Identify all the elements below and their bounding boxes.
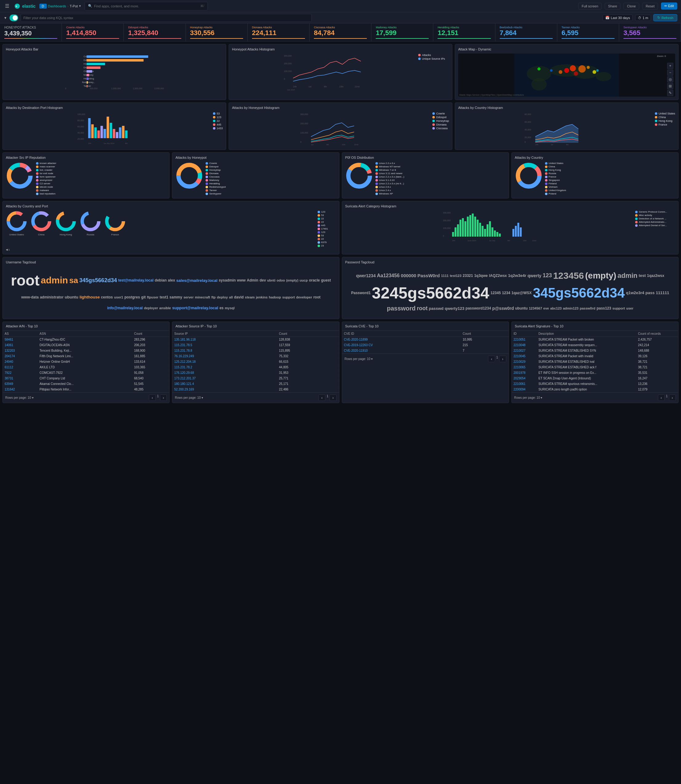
tag-345gs[interactable]: 345gs5662d34 [79, 277, 117, 284]
tag-test-mail[interactable]: test@mailrelay.local [118, 278, 154, 282]
tag-1111[interactable]: 1111 [441, 274, 448, 277]
tools-button[interactable]: ✎ [667, 90, 673, 96]
tag-password1234[interactable]: password1234 [466, 306, 491, 310]
tag-administrator[interactable]: administrator [40, 295, 64, 299]
tag-root-small[interactable]: root [313, 295, 320, 299]
src-ip-pagination[interactable]: ‹ 1 › [318, 394, 336, 401]
tag-root-large[interactable]: root [11, 272, 40, 289]
tag-debian[interactable]: debian [155, 278, 167, 282]
src-ip-next-btn[interactable]: › [329, 394, 336, 401]
tag-ubuntu-pass[interactable]: ubuntu [515, 306, 528, 310]
tag-ubuntu-user[interactable]: ubuntu [65, 295, 78, 299]
tag-ftp[interactable]: ftp [211, 295, 216, 299]
tag-1q2w3e4r[interactable]: 1q2w3e4r [508, 273, 526, 278]
src-ip-prev-btn[interactable]: ‹ [318, 394, 325, 401]
tag-passw0rd[interactable]: PassW0rd [418, 273, 440, 278]
tag-sales-mail[interactable]: sales@mailrelay.local [176, 278, 218, 283]
tag-empty-user[interactable]: (empty) [286, 279, 298, 282]
tag-sammy[interactable]: sammy [169, 295, 182, 299]
tag-user1[interactable]: user1 [114, 295, 123, 299]
tag-pass123[interactable]: pass123 [597, 306, 611, 310]
tag-1qazwsx[interactable]: 1qaz@WSX [512, 291, 532, 295]
tag-iaqz2wsx[interactable]: IAQZ2wsx [489, 274, 507, 278]
tag-david[interactable]: david [234, 295, 244, 299]
refresh-button[interactable]: ↻ Refresh [653, 14, 677, 21]
tag-1234567[interactable]: 1234567 [529, 306, 542, 310]
tag-Admin[interactable]: Admin [247, 278, 258, 282]
toggle-switch[interactable] [10, 14, 18, 21]
cve-prev-btn[interactable]: ‹ [488, 356, 495, 362]
tag-alex[interactable]: alex [168, 278, 175, 282]
tag-111111[interactable]: 111111 [656, 290, 669, 295]
tag-postgres[interactable]: postgres [124, 295, 140, 299]
zoom-in-button[interactable]: + [667, 63, 673, 69]
tag-odoo[interactable]: odoo [277, 279, 285, 282]
cve-next-btn[interactable]: › [499, 356, 506, 362]
map-controls[interactable]: + − ◎ ⊞ ✎ [667, 63, 673, 96]
tag-1q3qwe[interactable]: 1q3qwe [474, 274, 488, 278]
tag-passwd[interactable]: passwd [429, 306, 444, 311]
tag-qwer1234[interactable]: qwer1234 [356, 273, 376, 278]
tag-000000[interactable]: 000000 [401, 273, 417, 278]
cve-pagination[interactable]: ‹ 1 › [488, 356, 506, 362]
tag-sa[interactable]: sa [69, 276, 78, 285]
tag-test-pass[interactable]: test [638, 273, 646, 278]
tag-support-pass[interactable]: support [612, 306, 625, 310]
tag-minecraft[interactable]: minecraft [195, 295, 210, 299]
interval-picker[interactable]: ⏱ 1 m [635, 15, 651, 21]
search-input[interactable] [94, 4, 200, 8]
tag-aa123456[interactable]: Aa123456 [377, 273, 400, 279]
asn-prev-btn[interactable]: ‹ [149, 394, 156, 401]
tag-23321[interactable]: 23321 [463, 274, 473, 278]
tag-support-user[interactable]: support [282, 295, 295, 299]
tag-123[interactable]: 123 [543, 272, 552, 279]
tag-info-mail[interactable]: info@mailrelay.local [107, 306, 143, 310]
tag-123456-large[interactable]: 123456 [553, 271, 584, 281]
sig-next-btn[interactable]: › [669, 394, 676, 401]
tag-support-mail[interactable]: support@mailrelay.local [172, 306, 218, 310]
tag-uucp[interactable]: uucp [300, 279, 308, 282]
tag-admin[interactable]: admin [41, 275, 68, 285]
tag-developer[interactable]: developer [296, 295, 312, 299]
tag-user-pass[interactable]: user [626, 306, 633, 310]
tag-sysadmin[interactable]: sysadmin [219, 278, 236, 282]
tag-admin123[interactable]: admin123 [563, 306, 578, 310]
filter-toggle[interactable]: ▼ [4, 16, 7, 20]
tag-dev[interactable]: dev [260, 278, 266, 282]
tag-1234[interactable]: 1234 [502, 291, 510, 295]
tag-q1w2e3r4[interactable]: q1w2e3r4 [626, 290, 644, 295]
tag-server[interactable]: server [184, 295, 193, 299]
zoom-out-button[interactable]: − [667, 70, 673, 76]
tag-www-data[interactable]: www-data [21, 295, 39, 299]
tag-admin-pass[interactable]: admin [618, 272, 638, 280]
tag-eve[interactable]: eve [543, 306, 549, 310]
locate-button[interactable]: ◎ [667, 76, 673, 82]
time-range-picker[interactable]: 📅 Last 30 days [603, 14, 633, 21]
sig-prev-btn[interactable]: ‹ [658, 394, 665, 401]
tag-jenkins[interactable]: jenkins [256, 295, 268, 299]
edit-button[interactable]: ✏ Edit [661, 2, 677, 10]
clone-button[interactable]: Clone [624, 3, 639, 10]
tag-git[interactable]: git [141, 295, 146, 299]
tag-qwerty[interactable]: qwerty [527, 273, 541, 278]
tag-www[interactable]: www [237, 278, 245, 282]
reset-button[interactable]: Reset [642, 3, 658, 10]
hamburger-icon[interactable]: ☰ [4, 2, 11, 10]
tag-root-pass[interactable]: root [417, 305, 428, 312]
tag-12345[interactable]: 12345 [491, 291, 500, 295]
tag-ansible[interactable]: ansible [159, 306, 171, 310]
layers-button[interactable]: ⊞ [667, 83, 673, 89]
tag-deploy[interactable]: deploy [217, 295, 228, 299]
tag-qwerty123[interactable]: qwerty123 [445, 306, 464, 311]
kql-filter-input[interactable] [21, 14, 312, 22]
tag-pass[interactable]: pass [646, 290, 655, 295]
tag-lighthouse[interactable]: lighthouse [79, 295, 100, 299]
tag-3245gs[interactable]: 3245gs5662d34 [372, 284, 489, 302]
fullscreen-button[interactable]: Full screen [578, 3, 602, 10]
tag-ubnti[interactable]: ubnti [267, 279, 276, 282]
tag-Password1[interactable]: Password1 [351, 291, 371, 295]
tag-p-at-ssw0rd[interactable]: p@ssw0rd [493, 306, 514, 311]
share-button[interactable]: Share [605, 3, 620, 10]
tag-mysql[interactable]: mysql [225, 306, 235, 310]
search-bar[interactable]: 🔍 ⌘/ [85, 2, 208, 11]
